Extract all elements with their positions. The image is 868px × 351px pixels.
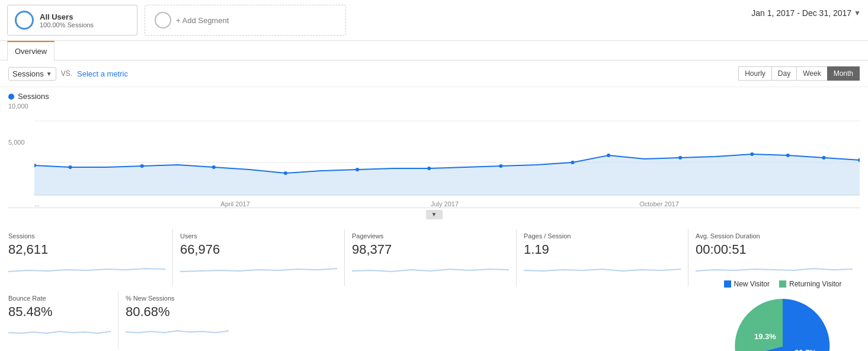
x-label-april: April 2017 xyxy=(220,200,250,208)
x-label-october: October 2017 xyxy=(639,200,679,208)
stat-new-sessions-label: % New Sessions xyxy=(126,295,229,302)
stat-avg-session-sparkline xyxy=(696,261,853,277)
pie-new-pct-label: 80.7% xyxy=(795,348,816,351)
svg-point-8 xyxy=(284,171,287,175)
stat-pageviews-sparkline xyxy=(352,261,509,277)
stats-row-1: Sessions 82,611 Users 66,976 Pageviews 9… xyxy=(0,221,868,289)
svg-point-5 xyxy=(69,165,72,169)
metric-select-dropdown[interactable]: Sessions ▼ xyxy=(8,67,56,81)
y-axis-labels: 10,000 5,000 xyxy=(8,103,34,198)
svg-point-6 xyxy=(140,164,144,168)
svg-point-9 xyxy=(355,168,359,171)
svg-point-7 xyxy=(212,165,216,169)
segment-pct: 100.00% Sessions xyxy=(40,21,94,28)
pie-chart-area: New Visitor Returning Visitor 80.7% 19.3… xyxy=(706,280,860,351)
time-btn-month[interactable]: Month xyxy=(827,66,860,81)
vs-label: VS. xyxy=(61,69,72,78)
time-btn-week[interactable]: Week xyxy=(796,66,827,81)
svg-point-15 xyxy=(750,152,754,156)
svg-point-13 xyxy=(607,154,610,157)
add-segment-button[interactable]: + Add Segment xyxy=(145,5,346,36)
stat-pages-session: Pages / Session 1.19 xyxy=(524,229,688,286)
returning-visitor-legend-dot xyxy=(779,280,786,288)
stat-sessions-sparkline xyxy=(8,261,165,277)
chart-area: Sessions 10,000 5,000 xyxy=(0,87,868,208)
stat-pages-session-value: 1.19 xyxy=(524,242,681,257)
tabs-bar: Overview xyxy=(0,41,868,60)
select-metric-link[interactable]: Select a metric xyxy=(77,69,128,78)
all-users-segment[interactable]: All Users 100.00% Sessions xyxy=(7,5,137,36)
stat-pages-session-label: Pages / Session xyxy=(524,232,681,240)
segment-bar: All Users 100.00% Sessions + Add Segment xyxy=(0,0,868,41)
pie-legend: New Visitor Returning Visitor xyxy=(706,280,860,288)
time-buttons-group: Hourly Day Week Month xyxy=(739,66,860,81)
stat-users-label: Users xyxy=(180,232,337,240)
sessions-legend-label: Sessions xyxy=(18,92,49,101)
sessions-chart-svg xyxy=(34,103,860,198)
x-label-start: ... xyxy=(34,200,40,208)
new-visitor-legend-label: New Visitor xyxy=(734,280,770,288)
stat-pageviews-label: Pageviews xyxy=(352,232,509,240)
stat-sessions-label: Sessions xyxy=(8,232,165,240)
stat-avg-session-label: Avg. Session Duration xyxy=(696,232,853,240)
segment-circle-icon xyxy=(15,11,34,30)
svg-point-11 xyxy=(499,164,502,168)
metric-select-label: Sessions xyxy=(12,69,44,78)
stat-new-sessions: % New Sessions 80.68% xyxy=(126,291,236,349)
stat-avg-session: Avg. Session Duration 00:00:51 xyxy=(696,229,860,286)
stat-users: Users 66,976 xyxy=(180,229,345,286)
svg-point-17 xyxy=(822,156,825,159)
stat-new-sessions-sparkline xyxy=(126,323,229,340)
stat-bounce-rate: Bounce Rate 85.48% xyxy=(8,291,118,349)
metric-row: Sessions ▼ VS. Select a metric Hourly Da… xyxy=(0,60,868,87)
time-btn-day[interactable]: Day xyxy=(771,66,797,81)
pie-returning-pct-label: 19.3% xyxy=(754,332,776,341)
tab-overview[interactable]: Overview xyxy=(7,41,55,60)
pie-legend-new-visitor: New Visitor xyxy=(724,280,770,288)
date-range-arrow-icon: ▼ xyxy=(854,9,861,17)
svg-point-12 xyxy=(571,161,574,164)
main-content: Sessions ▼ VS. Select a metric Hourly Da… xyxy=(0,60,868,351)
new-visitor-legend-dot xyxy=(724,280,731,288)
stat-pageviews: Pageviews 98,377 xyxy=(352,229,517,286)
returning-visitor-legend-label: Returning Visitor xyxy=(789,280,842,288)
y-label-5000: 5,000 xyxy=(8,139,34,146)
add-segment-circle-icon xyxy=(155,12,171,28)
stat-users-sparkline xyxy=(180,261,337,277)
stat-sessions-value: 82,611 xyxy=(8,242,165,257)
time-btn-hourly[interactable]: Hourly xyxy=(738,66,772,81)
stat-sessions: Sessions 82,611 xyxy=(8,229,173,286)
chart-svg-area xyxy=(34,103,860,198)
metric-select-arrow-icon: ▼ xyxy=(46,71,52,77)
stat-new-sessions-value: 80.68% xyxy=(126,304,229,320)
stat-users-value: 66,976 xyxy=(180,242,337,257)
stat-bounce-value: 85.48% xyxy=(8,304,111,320)
svg-point-10 xyxy=(427,167,431,170)
segment-name: All Users xyxy=(40,12,94,21)
y-label-10000: 10,000 xyxy=(8,103,34,110)
stat-pages-session-sparkline xyxy=(524,261,681,277)
pie-chart-svg: 80.7% 19.3% xyxy=(729,293,836,351)
date-range-label: Jan 1, 2017 - Dec 31, 2017 xyxy=(751,8,851,18)
stat-bounce-sparkline xyxy=(8,323,111,340)
svg-marker-3 xyxy=(34,154,860,195)
pie-legend-returning-visitor: Returning Visitor xyxy=(779,280,842,288)
stat-pageviews-value: 98,377 xyxy=(352,242,509,257)
chart-scroll-area: ▼ xyxy=(0,208,868,221)
x-axis-labels: ... April 2017 July 2017 October 2017 xyxy=(8,198,860,208)
date-range[interactable]: Jan 1, 2017 - Dec 31, 2017 ▼ xyxy=(751,8,861,18)
add-segment-label: + Add Segment xyxy=(176,16,229,25)
chart-scroll-button[interactable]: ▼ xyxy=(426,210,443,219)
svg-point-14 xyxy=(678,156,682,159)
sessions-legend-dot xyxy=(8,94,14,100)
chart-container: 10,000 5,000 xyxy=(8,103,860,198)
svg-point-16 xyxy=(786,154,790,157)
stat-bounce-label: Bounce Rate xyxy=(8,295,111,302)
chart-legend: Sessions xyxy=(8,92,860,103)
stat-avg-session-value: 00:00:51 xyxy=(696,242,853,257)
x-label-july: July 2017 xyxy=(431,200,459,208)
